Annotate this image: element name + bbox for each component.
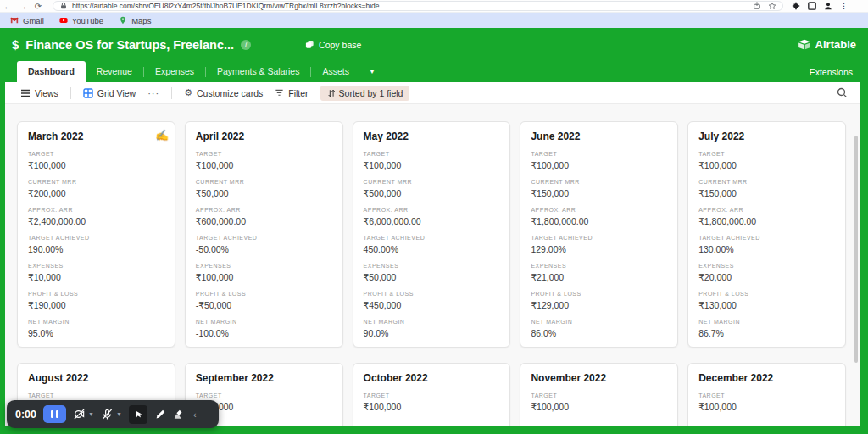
customize-cards-button[interactable]: ⚙ Customize cards [184, 87, 263, 98]
view-options-icon[interactable]: ··· [147, 88, 159, 98]
base-title[interactable]: Finance OS for Startups, Freelanc... [25, 38, 234, 52]
grid-view-button[interactable]: Grid View [83, 88, 136, 98]
info-icon[interactable]: i [241, 40, 251, 50]
tab-dashboard[interactable]: Dashboard [17, 61, 86, 82]
month-card[interactable]: March 2022 TARGET₹100,000CURRENT MRR₹200… [17, 121, 175, 348]
card-field: CURRENT MRR₹500,000 [364, 179, 500, 198]
field-value: ₹100,000 [531, 160, 667, 170]
card-field: PROFIT & LOSS₹450,000 [364, 291, 500, 310]
recording-timer: 0:00 [15, 409, 36, 420]
card-field: CURRENT MRR₹50,000 [196, 179, 332, 198]
mic-toggle[interactable]: ▼ [101, 408, 122, 420]
base-header: $ Finance OS for Startups, Freelanc... i… [0, 28, 868, 61]
sort-arrows-icon [327, 89, 336, 97]
card-field: CURRENT MRR₹150,000 [531, 179, 667, 198]
card-field: TARGET₹100,000 [196, 151, 332, 170]
bookmark-gmail[interactable]: Gmail [10, 16, 44, 25]
vertical-scrollbar[interactable] [854, 136, 858, 363]
bookmark-youtube[interactable]: YouTube [59, 16, 103, 25]
month-card[interactable]: November 2022 TARGET₹100,000 [520, 363, 678, 426]
card-field: TARGET ACHIEVED130.00% [698, 235, 835, 254]
field-label: CURRENT MRR [28, 179, 164, 185]
card-field: NET MARGIN86.0% [531, 319, 667, 338]
address-bar[interactable]: https://airtable.com/shrvOEU8l2xY4m25t/t… [53, 1, 783, 11]
search-icon[interactable] [837, 87, 848, 98]
capture-frame-right [860, 28, 868, 434]
mic-caret-icon: ▼ [116, 411, 122, 417]
card-field: NET MARGIN95.0% [28, 319, 164, 338]
card-field: APPROX. ARR₹600,000.00 [196, 207, 332, 226]
card-field: EXPENSES₹50,000 [364, 263, 500, 282]
url-text[interactable]: https://airtable.com/shrvOEU8l2xY4m25t/t… [72, 2, 748, 10]
field-label: EXPENSES [698, 263, 835, 269]
field-label: APPROX. ARR [698, 207, 835, 213]
field-label: TARGET ACHIEVED [196, 235, 332, 241]
month-card[interactable]: October 2022 TARGET₹100,000 [353, 363, 511, 426]
more-tables-chevron-icon[interactable]: ▼ [369, 68, 376, 75]
card-title: July 2022 [698, 131, 835, 142]
field-label: CURRENT MRR [531, 179, 667, 185]
tab-assets[interactable]: Assets [311, 61, 360, 82]
forward-icon[interactable]: → [15, 0, 31, 13]
month-card[interactable]: December 2022 TARGET₹100,000 [687, 363, 846, 426]
tab-revenue[interactable]: Revenue [86, 61, 143, 82]
card-fields: TARGET₹100,000CURRENT MRR₹150,000APPROX.… [698, 151, 835, 338]
camera-toggle[interactable]: ▼ [73, 408, 94, 420]
extensions-puzzle-icon[interactable] [792, 2, 800, 10]
views-button[interactable]: Views [20, 88, 58, 98]
grid-view-label: Grid View [97, 88, 136, 98]
toolbar-divider [171, 87, 172, 99]
eraser-broom-icon[interactable] [173, 409, 185, 420]
card-title: August 2022 [28, 372, 164, 384]
field-label: TARGET [531, 151, 667, 157]
pause-button[interactable] [43, 405, 66, 423]
field-label: TARGET [28, 392, 164, 398]
filter-button[interactable]: Filter [275, 88, 308, 98]
browser-menu-icon[interactable]: ⋮ [840, 2, 848, 10]
bookmark-maps[interactable]: Maps [119, 16, 151, 25]
card-field: PROFIT & LOSS₹190,000 [28, 291, 164, 310]
field-value: ₹1,800,000.00 [531, 216, 667, 226]
airtable-logo[interactable]: Airtable [798, 38, 856, 51]
field-value: ₹2,400,000.00 [28, 216, 164, 226]
reload-icon[interactable]: ⟳ [31, 0, 46, 13]
field-value: -100.0% [196, 328, 332, 338]
card-fields: TARGET₹100,000 [698, 392, 835, 412]
card-title: November 2022 [531, 372, 667, 384]
gear-icon: ⚙ [184, 87, 192, 98]
field-value: ₹10,000 [28, 272, 164, 282]
cursor-tool-button[interactable] [129, 405, 147, 424]
share-icon[interactable] [753, 2, 761, 10]
bookmark-star-icon[interactable] [768, 2, 776, 10]
field-label: CURRENT MRR [364, 179, 500, 185]
month-card[interactable]: June 2022 TARGET₹100,000CURRENT MRR₹150,… [520, 121, 678, 348]
profile-icon[interactable] [824, 2, 832, 10]
side-panel-icon[interactable] [808, 2, 816, 10]
card-field: TARGET ACHIEVED-50.00% [196, 235, 332, 254]
copy-base-button[interactable]: Copy base [305, 40, 361, 50]
pen-tool-icon[interactable] [154, 409, 166, 420]
month-card[interactable]: April 2022 TARGET₹100,000CURRENT MRR₹50,… [185, 121, 343, 348]
month-card[interactable]: July 2022 TARGET₹100,000CURRENT MRR₹150,… [687, 121, 846, 348]
sort-button[interactable]: Sorted by 1 field [320, 86, 410, 101]
tab-expenses[interactable]: Expenses [144, 61, 205, 82]
month-card[interactable]: May 2022 TARGET₹100,000CURRENT MRR₹500,0… [353, 121, 511, 348]
field-label: CURRENT MRR [698, 179, 835, 185]
grid-view-icon [83, 88, 93, 98]
card-field: CURRENT MRR₹200,000 [28, 179, 164, 198]
field-label: EXPENSES [28, 263, 164, 269]
field-value: ₹100,000 [531, 402, 667, 412]
card-title: June 2022 [531, 131, 667, 142]
card-fields: TARGET₹100,000 [364, 392, 500, 412]
card-field: TARGET₹100,000 [531, 392, 667, 412]
field-label: TARGET ACHIEVED [28, 235, 164, 241]
field-label: APPROX. ARR [28, 207, 164, 213]
capture-frame-left [0, 28, 5, 434]
field-value: ₹50,000 [364, 272, 500, 282]
field-value: ₹150,000 [531, 188, 667, 198]
field-value: ₹6,000,000.00 [364, 216, 500, 226]
back-icon[interactable]: ← [0, 0, 15, 13]
collapse-toolbar-icon[interactable]: ‹ [193, 409, 197, 420]
tab-payments-salaries[interactable]: Payments & Salaries [206, 61, 310, 82]
extensions-button[interactable]: Extensions [810, 67, 853, 77]
